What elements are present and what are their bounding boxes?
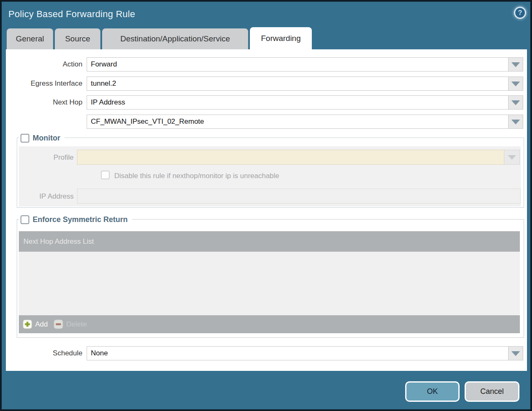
minus-icon <box>54 319 63 329</box>
screen: Policy Based Forwarding Rule ? General S… <box>0 0 532 411</box>
action-dropdown-button[interactable] <box>509 57 523 71</box>
monitor-ip-address-input <box>77 189 521 204</box>
monitor-legend: Monitor <box>19 133 64 143</box>
chevron-down-icon <box>511 62 520 67</box>
next-hop-address-table-body[interactable] <box>19 252 520 315</box>
next-hop-address-select[interactable]: CF_MWAN_IPsec_VTI_02_Remote <box>87 115 509 129</box>
monitor-legend-label: Monitor <box>33 134 60 143</box>
chevron-down-icon <box>511 120 520 124</box>
disable-rule-label: Disable this rule if nexthop/monitor ip … <box>114 172 279 180</box>
egress-interface-row: Egress Interface tunnel.2 <box>6 77 527 91</box>
tab-bar: General Source Destination/Application/S… <box>7 28 312 49</box>
tab-source[interactable]: Source <box>55 28 100 49</box>
help-icon[interactable]: ? <box>514 7 526 19</box>
enforce-symmetric-return-legend-label: Enforce Symmetric Return <box>33 215 128 224</box>
chevron-down-icon <box>511 351 520 356</box>
next-hop-address-list-header: Next Hop Address List <box>19 231 520 252</box>
action-value: Forward <box>91 60 117 69</box>
egress-interface-select[interactable]: tunnel.2 <box>87 77 509 91</box>
action-row: Action Forward <box>6 57 527 71</box>
schedule-value: None <box>91 349 108 357</box>
monitor-ip-address-label: IP Address <box>19 192 74 201</box>
next-hop-address-table-footer: Add Delete <box>19 315 520 333</box>
monitor-panel: Profile Disable this rule if nexthop/mon… <box>19 146 521 207</box>
next-hop-address-dropdown-button[interactable] <box>509 115 523 129</box>
schedule-label: Schedule <box>6 349 82 357</box>
tab-general[interactable]: General <box>7 28 53 49</box>
egress-interface-label: Egress Interface <box>6 79 82 88</box>
profile-select <box>77 150 504 165</box>
monitor-fieldset: Monitor Profile Disable this rule if nex… <box>17 138 524 208</box>
plus-icon <box>23 319 32 329</box>
disable-rule-checkbox <box>101 171 110 179</box>
cancel-button[interactable]: Cancel <box>465 381 519 402</box>
enforce-symmetric-return-fieldset: Enforce Symmetric Return Next Hop Addres… <box>17 219 524 338</box>
chevron-down-icon <box>511 100 520 105</box>
schedule-row: Schedule None <box>6 346 527 360</box>
forwarding-tab-panel: Action Forward Egress Interface tunnel.2 <box>6 49 527 371</box>
tab-destination-application-service[interactable]: Destination/Application/Service <box>102 28 248 49</box>
next-hop-address-row: CF_MWAN_IPsec_VTI_02_Remote <box>6 115 527 129</box>
next-hop-row: Next Hop IP Address <box>6 95 527 110</box>
enforce-symmetric-return-checkbox[interactable] <box>21 215 29 224</box>
delete-button-label: Delete <box>66 320 87 329</box>
profile-label: Profile <box>19 153 74 162</box>
add-button[interactable]: Add <box>23 319 48 329</box>
dialog-title: Policy Based Forwarding Rule <box>8 9 135 20</box>
next-hop-type-select[interactable]: IP Address <box>87 95 509 110</box>
schedule-dropdown-button[interactable] <box>509 346 523 360</box>
schedule-select[interactable]: None <box>87 346 509 360</box>
next-hop-type-dropdown-button[interactable] <box>509 95 523 110</box>
chevron-down-icon <box>511 82 520 86</box>
egress-interface-value: tunnel.2 <box>91 79 116 88</box>
next-hop-label: Next Hop <box>6 98 82 107</box>
chevron-down-icon <box>508 155 516 160</box>
ok-button[interactable]: OK <box>405 381 460 402</box>
question-mark-glyph: ? <box>518 9 522 17</box>
enforce-symmetric-return-legend: Enforce Symmetric Return <box>19 214 132 225</box>
next-hop-address-value: CF_MWAN_IPsec_VTI_02_Remote <box>91 117 204 126</box>
action-label: Action <box>6 60 82 69</box>
next-hop-address-table: Next Hop Address List Add <box>19 231 520 333</box>
delete-button: Delete <box>54 319 87 329</box>
monitor-checkbox[interactable] <box>21 134 29 143</box>
add-button-label: Add <box>35 320 48 329</box>
tab-forwarding[interactable]: Forwarding <box>250 27 312 49</box>
action-select[interactable]: Forward <box>87 57 509 71</box>
egress-interface-dropdown-button[interactable] <box>509 77 523 91</box>
next-hop-type-value: IP Address <box>91 98 125 107</box>
profile-dropdown-button <box>504 150 520 165</box>
pbf-rule-dialog: Policy Based Forwarding Rule ? General S… <box>2 2 530 409</box>
